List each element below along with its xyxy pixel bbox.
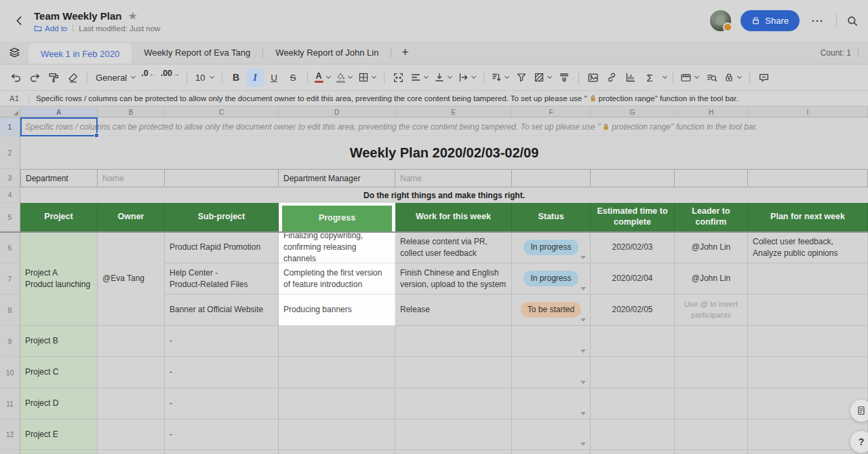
- avatar[interactable]: [710, 10, 731, 31]
- row-header-8[interactable]: 8: [0, 295, 20, 326]
- row-header-2[interactable]: 2: [0, 136, 20, 169]
- progress-cell-highlighted[interactable]: Finalizing copywriting, confirming relea…: [279, 232, 395, 263]
- column-header-a[interactable]: A: [20, 107, 98, 117]
- empty-cell[interactable]: [591, 450, 675, 454]
- merge-cells-button[interactable]: [389, 69, 408, 87]
- manager-label-cell[interactable]: Department Manager: [279, 169, 395, 187]
- empty-cell[interactable]: [748, 295, 868, 326]
- empty-cell[interactable]: [98, 450, 165, 454]
- empty-cell[interactable]: [748, 169, 868, 187]
- empty-cell[interactable]: [98, 357, 165, 388]
- manager-name-cell[interactable]: Name: [395, 169, 512, 187]
- tab-weekly-report-eva-tang[interactable]: Weekly Report of Eva Tang: [132, 41, 262, 64]
- number-format-dropdown[interactable]: General: [92, 69, 138, 87]
- add-sheet-button[interactable]: +: [391, 41, 418, 64]
- column-header-b[interactable]: B: [98, 107, 165, 117]
- progress-cell-highlighted[interactable]: Completing the first version of feature …: [279, 263, 395, 295]
- text-wrap-button[interactable]: [456, 69, 479, 87]
- header-sub-project[interactable]: Sub-project: [165, 203, 279, 232]
- decrease-decimal-button[interactable]: .0←: [139, 69, 157, 87]
- share-button[interactable]: Share: [741, 10, 800, 31]
- department-name-cell[interactable]: Name: [98, 169, 165, 187]
- empty-cell[interactable]: [675, 388, 748, 419]
- freeze-button[interactable]: [555, 69, 574, 87]
- empty-cell[interactable]: [395, 326, 512, 357]
- work-cell[interactable]: Release: [395, 295, 512, 326]
- column-header-e[interactable]: E: [395, 107, 512, 117]
- row-header-7[interactable]: 7: [0, 263, 20, 295]
- header-status[interactable]: Status: [512, 203, 591, 232]
- text-color-button[interactable]: A: [313, 69, 334, 87]
- sub-project-cell[interactable]: -: [165, 388, 279, 419]
- search-button[interactable]: [846, 15, 859, 27]
- status-cell[interactable]: To be started: [512, 295, 591, 326]
- estimated-date-cell[interactable]: 2020/02/04: [591, 263, 675, 295]
- header-work-for-this-week[interactable]: Work for this week: [395, 203, 512, 232]
- status-cell[interactable]: [512, 357, 591, 388]
- dropdown-arrow-icon[interactable]: [580, 442, 586, 446]
- empty-cell[interactable]: [165, 169, 279, 187]
- empty-cell[interactable]: [591, 419, 675, 450]
- empty-cell[interactable]: [279, 326, 395, 357]
- cell-style-button[interactable]: [678, 69, 702, 87]
- find-replace-button[interactable]: [703, 69, 721, 87]
- insert-image-button[interactable]: [584, 69, 602, 87]
- estimated-date-cell[interactable]: 2020/02/05: [591, 295, 675, 326]
- project-c-cell[interactable]: Project C: [20, 357, 98, 388]
- dropdown-arrow-icon[interactable]: [580, 412, 586, 415]
- sub-project-cell[interactable]: -: [165, 357, 279, 388]
- add-to-button[interactable]: Add to: [34, 24, 67, 33]
- empty-cell[interactable]: [395, 357, 512, 388]
- estimated-date-cell[interactable]: 2020/02/03: [591, 232, 675, 263]
- header-progress-highlighted[interactable]: Progress: [279, 203, 395, 232]
- star-icon[interactable]: ★: [128, 10, 138, 22]
- empty-cell[interactable]: [395, 419, 512, 450]
- italic-button[interactable]: I: [246, 69, 264, 87]
- progress-cell-highlighted[interactable]: Producing banners: [279, 295, 395, 326]
- redo-button[interactable]: [26, 69, 44, 87]
- leader-cell[interactable]: @John Lin: [675, 232, 748, 263]
- empty-cell[interactable]: [591, 388, 675, 419]
- formula-button[interactable]: Σ: [641, 69, 659, 87]
- tab-week-1-in-feb-2020[interactable]: Week 1 in Feb 2020: [28, 43, 132, 64]
- empty-cell[interactable]: [591, 169, 675, 187]
- insert-link-button[interactable]: [603, 69, 621, 87]
- status-badge[interactable]: In progress: [524, 271, 578, 286]
- empty-cell[interactable]: [748, 450, 868, 454]
- bold-button[interactable]: B: [227, 69, 245, 87]
- row-header-3[interactable]: 3: [0, 169, 20, 187]
- column-header-f[interactable]: F: [512, 107, 591, 117]
- font-size-dropdown[interactable]: 10: [192, 69, 216, 87]
- sheet-list-button[interactable]: [0, 41, 28, 64]
- fill-handle[interactable]: [94, 133, 99, 138]
- column-header-d[interactable]: D: [279, 107, 395, 117]
- plan-next-week-cell[interactable]: Collect user feedback, Analyze public op…: [748, 232, 868, 263]
- status-cell[interactable]: [512, 388, 591, 419]
- conditional-format-button[interactable]: [532, 69, 555, 87]
- empty-cell[interactable]: [98, 388, 165, 419]
- formula-bar[interactable]: A1 Specific rows / columns can be protec…: [0, 90, 868, 107]
- empty-cell[interactable]: [98, 419, 165, 450]
- row-header-1[interactable]: 1: [0, 117, 20, 136]
- dropdown-arrow-icon[interactable]: [580, 287, 586, 290]
- undo-button[interactable]: [7, 69, 25, 87]
- header-plan-next-week[interactable]: Plan for next week: [748, 203, 868, 232]
- empty-cell[interactable]: [675, 357, 748, 388]
- status-cell[interactable]: In progress: [512, 232, 591, 263]
- row-header-5[interactable]: 5: [0, 203, 20, 232]
- project-a-cell[interactable]: Project A Product launching: [20, 232, 98, 326]
- project-d-cell[interactable]: Project D: [20, 388, 98, 419]
- project-b-cell[interactable]: Project B: [20, 326, 98, 357]
- leader-cell[interactable]: @John Lin: [675, 263, 748, 295]
- document-catalog-button[interactable]: [850, 399, 868, 422]
- status-cell[interactable]: In progress: [512, 263, 591, 295]
- clear-format-button[interactable]: [64, 69, 82, 87]
- leader-placeholder-cell[interactable]: Use @ to insert participants: [675, 295, 748, 326]
- empty-cell[interactable]: [591, 326, 675, 357]
- empty-cell[interactable]: [512, 450, 591, 454]
- sub-project-cell[interactable]: Product Rapid Promotion: [165, 232, 279, 263]
- empty-cell[interactable]: [395, 450, 512, 454]
- header-leader-confirm[interactable]: Leader to confirm: [675, 203, 748, 232]
- empty-cell[interactable]: [675, 326, 748, 357]
- department-label-cell[interactable]: Department: [20, 169, 98, 187]
